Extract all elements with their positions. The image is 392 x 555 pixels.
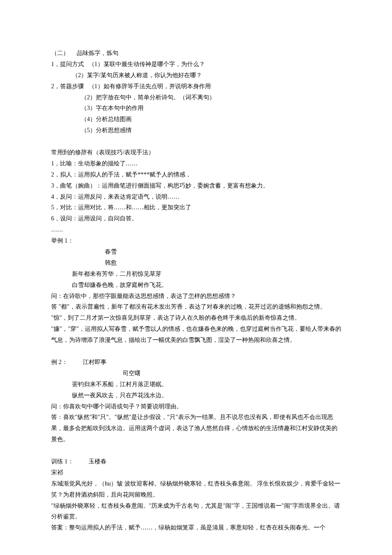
rhetoric-1: 1，比喻：生动形象的描绘了…… [51, 158, 343, 169]
train-1-label: 训练 1： [51, 458, 74, 465]
train-1-answer: 答案：整句运用拟人的手法，赋予……，绿杨如烟笼罩，虽是清晨，寒意却轻，红杏在枝头… [51, 522, 343, 533]
steps-item-3: （3）字在本句中的作用 [51, 103, 343, 114]
rhetoric-heading: 常用到的修辞有（表现技巧/表现手法） [51, 147, 343, 158]
example-2-label: 例 2： [51, 359, 68, 365]
rhetoric-ellipsis: …… [51, 224, 343, 235]
train-1-body: 东城渐觉风光好，（hu）皱 波纹迎客棹。绿杨烟外晓寒轻，红杏枝头春意闹。 浮生长… [51, 478, 343, 500]
rhetoric-6: 6，设问：运用设问，自问自答。 [51, 213, 343, 224]
steps-item-5: （5）分析思想感情 [51, 125, 343, 136]
rhetoric-3: 3，曲笔（婉曲）：运用曲笔进行侧面描写，构思巧妙，委婉含蓄，更富有想象力。 [51, 180, 343, 191]
train-1-question: "绿杨烟外晓寒轻，红杏枝头春意闹。"历来成为千古名句，尤其是"闹"字，王国维说着… [51, 500, 343, 523]
example-2-question: 问：你喜欢句中哪个词语或句子？简要说明理由。 [51, 401, 343, 412]
example-2-line-2: 纵然一夜风吹去，只在芦花浅水边。 [51, 390, 343, 401]
steps-item-1: （1）如有修辞等手法先点明，并说明本身作用 [89, 83, 211, 90]
steps-label: 2，答题步骤 [51, 83, 84, 90]
example-1-author: 韩愈 [51, 257, 343, 269]
example-1-line-1: 新年都未有芳华，二月初惊见草芽 [51, 269, 343, 280]
steps-item-4: （4）分析总结图画 [51, 114, 343, 125]
qmethod-label: 1，提问方式 [51, 61, 84, 67]
train-1-author: 宋祁 [51, 467, 343, 478]
example-2-line-1: 罢钓归来不系船，江村月落正堪眠。 [51, 379, 343, 390]
section-header: （二） 品味炼字，炼句 [51, 48, 343, 59]
example-1-answer-2: "惊"，到了二月才第一次惊喜见到草芽，表达了诗人在久盼的春色终于来临后的新奇惊喜… [51, 312, 343, 324]
example-1-question: 问：在诗歌中，那些字眼最能表达思想感情，表达了怎样的思想感情？ [51, 291, 343, 302]
example-1-answer-1: 答 "都"，表示普遍性，新年了都没有花木发出芳香，表达了对春来的过晚，花开过迟的… [51, 301, 343, 312]
steps-item-2: （2）把字放在句中，简单分析诗句。（词不离句） [51, 92, 343, 103]
example-1-label: 举例 1： [51, 235, 343, 246]
rhetoric-2: 2，拟人：运用拟人的手法，赋予****赋予人的情感， [51, 169, 343, 180]
qmethod-item-2: （2）某字/某句历来被人称道，你认为他好在哪？ [51, 70, 343, 81]
example-2-title: 江村即事 [83, 359, 107, 365]
example-2-answer: 答：喜欢"纵然"和"只"。"纵然"是让步假设，"只"表示为一结果。且不说尽也没有… [51, 412, 343, 445]
rhetoric-5: 5，对比：运用对比，将……和……相比，更加突出了 [51, 202, 343, 213]
example-1-line-2: 白雪却嫌春色晚，故穿庭树作飞花。 [51, 280, 343, 291]
example-1-title: 春雪 [51, 246, 343, 257]
section-title: 品味炼字，炼句 [77, 50, 118, 56]
train-1-header: 训练 1： 玉楼春 [51, 456, 343, 467]
example-2-header: 例 2： 江村即事 [51, 357, 343, 368]
train-1-title: 玉楼春 [89, 458, 107, 465]
rhetoric-4: 4，反问：运用反问，来表达肯定语气，说明…… [51, 191, 343, 202]
section-number: （二） [51, 50, 69, 56]
qmethod-item-1: （1）某联中最生动传神是哪个字，为什么？ [89, 61, 205, 67]
steps-line: 2，答题步骤 （1）如有修辞等手法先点明，并说明本身作用 [51, 81, 343, 92]
example-2-author: 司空曙 [51, 368, 343, 379]
example-1-answer-3: "嫌"，"穿"，运用拟人写春雪，赋予雪以人的情感，也在嫌春色来的晚，也穿过庭树当… [51, 324, 343, 346]
question-method-line: 1，提问方式 （1）某联中最生动传神是哪个字，为什么？ [51, 59, 343, 70]
